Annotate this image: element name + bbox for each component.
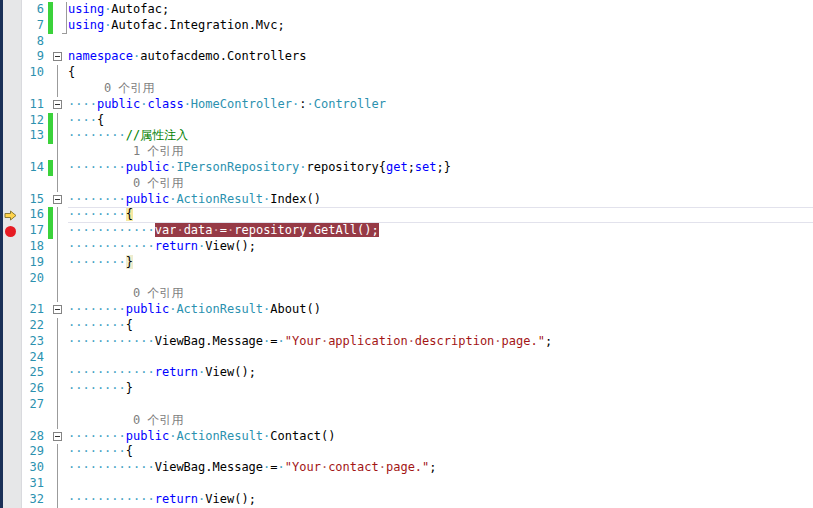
- code-line-24[interactable]: 24: [0, 350, 813, 366]
- breakpoint-margin-cell[interactable]: [0, 444, 21, 460]
- code-text[interactable]: ····{: [68, 113, 813, 129]
- breakpoint-margin-cell[interactable]: [0, 128, 21, 144]
- code-text[interactable]: [68, 397, 813, 413]
- code-line-23[interactable]: 23············ViewBag.Message·=·"Your·ap…: [0, 334, 813, 350]
- breakpoint-margin-cell[interactable]: [0, 160, 21, 176]
- code-text[interactable]: ····public·class·HomeController·:·Contro…: [68, 97, 813, 113]
- code-text[interactable]: using·Autofac;: [68, 2, 813, 18]
- code-line-13[interactable]: 13········//属性注入: [0, 128, 813, 144]
- code-line-20[interactable]: 20: [0, 271, 813, 287]
- collapse-toggle-icon[interactable]: [53, 100, 62, 109]
- code-text[interactable]: ········//属性注入: [68, 128, 813, 144]
- code-line-11[interactable]: 11····public·class·HomeController·:·Cont…: [0, 97, 813, 113]
- code-line-21[interactable]: 21········public·ActionResult·About(): [0, 302, 813, 318]
- current-statement-arrow-icon[interactable]: [4, 210, 17, 221]
- breakpoint-margin-cell[interactable]: [0, 192, 21, 208]
- code-line-8[interactable]: 8: [0, 34, 813, 50]
- code-line-15[interactable]: 15········public·ActionResult·Index(): [0, 192, 813, 208]
- collapse-toggle-icon[interactable]: [53, 432, 62, 441]
- code-text[interactable]: ············return·View();: [68, 492, 813, 508]
- breakpoint-margin-cell[interactable]: [0, 81, 21, 97]
- code-line-9[interactable]: 9namespace·autofacdemo.Controllers: [0, 49, 813, 65]
- code-line-30[interactable]: 30············ViewBag.Message·=·"Your·co…: [0, 460, 813, 476]
- collapse-toggle-icon[interactable]: [53, 305, 62, 314]
- code-line-31[interactable]: 31: [0, 476, 813, 492]
- breakpoint-margin-cell[interactable]: [0, 476, 21, 492]
- breakpoint-margin-cell[interactable]: [0, 350, 21, 366]
- code-line-29[interactable]: 29········{: [0, 444, 813, 460]
- breakpoint-margin-cell[interactable]: [0, 286, 21, 302]
- codelens-references[interactable]: 1 个引用: [0, 144, 813, 160]
- breakpoint-margin-cell[interactable]: [0, 492, 21, 508]
- code-line-26[interactable]: 26········}: [0, 381, 813, 397]
- breakpoint-margin-cell[interactable]: [0, 239, 21, 255]
- code-line-18[interactable]: 18············return·View();: [0, 239, 813, 255]
- code-text[interactable]: [68, 34, 813, 50]
- breakpoint-margin-cell[interactable]: [0, 207, 21, 223]
- code-line-7[interactable]: 7using·Autofac.Integration.Mvc;: [0, 18, 813, 34]
- breakpoint-margin-cell[interactable]: [0, 223, 21, 239]
- breakpoint-margin-cell[interactable]: [0, 365, 21, 381]
- breakpoint-margin-cell[interactable]: [0, 429, 21, 445]
- codelens-references[interactable]: 0 个引用: [0, 176, 813, 192]
- code-line-25[interactable]: 25············return·View();: [0, 365, 813, 381]
- codelens-text[interactable]: 0 个引用: [68, 81, 813, 97]
- breakpoint-margin-cell[interactable]: [0, 176, 21, 192]
- code-text[interactable]: [68, 271, 813, 287]
- breakpoint-icon[interactable]: [5, 226, 16, 237]
- code-line-32[interactable]: 32············return·View();: [0, 492, 813, 508]
- breakpoint-margin-cell[interactable]: [0, 318, 21, 334]
- breakpoint-margin-cell[interactable]: [0, 65, 21, 81]
- breakpoint-margin-cell[interactable]: [0, 18, 21, 34]
- breakpoint-margin-cell[interactable]: [0, 397, 21, 413]
- code-line-6[interactable]: 6using·Autofac;: [0, 2, 813, 18]
- code-text[interactable]: ········{: [68, 444, 813, 460]
- breakpoint-margin-cell[interactable]: [0, 34, 21, 50]
- breakpoint-margin-cell[interactable]: [0, 113, 21, 129]
- code-text[interactable]: ············var·data·=·repository.GetAll…: [68, 223, 813, 239]
- code-text[interactable]: ········{: [68, 207, 813, 223]
- code-line-19[interactable]: 19········}: [0, 255, 813, 271]
- code-text[interactable]: ············return·View();: [68, 365, 813, 381]
- breakpoint-margin-cell[interactable]: [0, 2, 21, 18]
- code-line-22[interactable]: 22········{: [0, 318, 813, 334]
- code-line-17[interactable]: 17············var·data·=·repository.GetA…: [0, 223, 813, 239]
- code-text[interactable]: ········public·ActionResult·Contact(): [68, 429, 813, 445]
- code-line-12[interactable]: 12····{: [0, 113, 813, 129]
- codelens-text[interactable]: 0 个引用: [68, 176, 813, 192]
- codelens-text[interactable]: 1 个引用: [68, 144, 813, 160]
- codelens-references[interactable]: 0 个引用: [0, 413, 813, 429]
- code-text[interactable]: ········public·ActionResult·Index(): [68, 192, 813, 208]
- code-line-10[interactable]: 10{: [0, 65, 813, 81]
- codelens-text[interactable]: 0 个引用: [68, 286, 813, 302]
- code-line-27[interactable]: 27: [0, 397, 813, 413]
- breakpoint-margin-cell[interactable]: [0, 460, 21, 476]
- code-text[interactable]: namespace·autofacdemo.Controllers: [68, 49, 813, 65]
- code-text[interactable]: {: [68, 65, 813, 81]
- code-text[interactable]: ········}: [68, 255, 813, 271]
- code-editor[interactable]: 6using·Autofac;7using·Autofac.Integratio…: [0, 0, 813, 508]
- code-text[interactable]: ············return·View();: [68, 239, 813, 255]
- code-text[interactable]: [68, 476, 813, 492]
- codelens-references[interactable]: 0 个引用: [0, 286, 813, 302]
- breakpoint-margin-cell[interactable]: [0, 302, 21, 318]
- breakpoint-margin-cell[interactable]: [0, 381, 21, 397]
- code-line-16[interactable]: 16········{: [0, 207, 813, 223]
- code-text[interactable]: using·Autofac.Integration.Mvc;: [68, 18, 813, 34]
- breakpoint-margin-cell[interactable]: [0, 49, 21, 65]
- code-text[interactable]: ········}: [68, 381, 813, 397]
- codelens-text[interactable]: 0 个引用: [68, 413, 813, 429]
- code-text[interactable]: ········{: [68, 318, 813, 334]
- breakpoint-margin-cell[interactable]: [0, 413, 21, 429]
- code-text[interactable]: ········public·ActionResult·About(): [68, 302, 813, 318]
- breakpoint-margin-cell[interactable]: [0, 334, 21, 350]
- code-line-28[interactable]: 28········public·ActionResult·Contact(): [0, 429, 813, 445]
- code-text[interactable]: [68, 350, 813, 366]
- code-text[interactable]: ············ViewBag.Message·=·"Your·appl…: [68, 334, 813, 350]
- breakpoint-margin-cell[interactable]: [0, 144, 21, 160]
- breakpoint-margin-cell[interactable]: [0, 97, 21, 113]
- code-line-14[interactable]: 14········public·IPersonRepository·repos…: [0, 160, 813, 176]
- code-text[interactable]: ········public·IPersonRepository·reposit…: [68, 160, 813, 176]
- collapse-toggle-icon[interactable]: [53, 52, 62, 61]
- breakpoint-margin-cell[interactable]: [0, 255, 21, 271]
